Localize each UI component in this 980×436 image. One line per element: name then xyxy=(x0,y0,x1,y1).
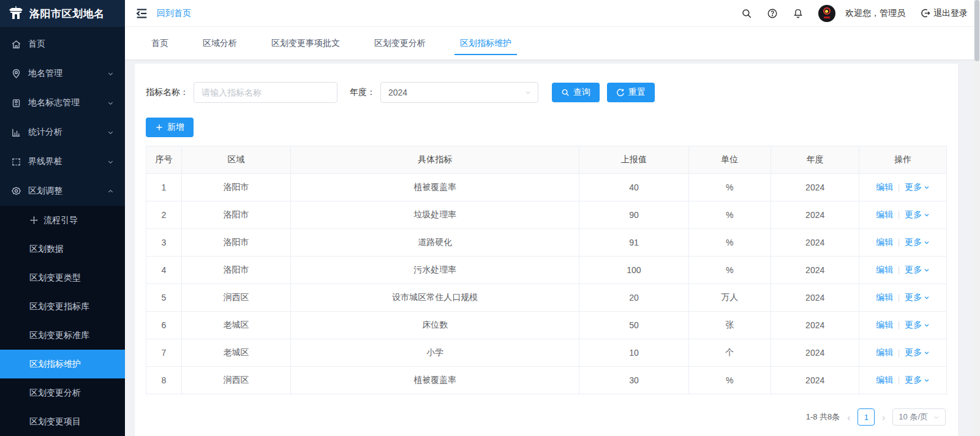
back-home-link[interactable]: 回到首页 xyxy=(157,8,191,19)
more-link[interactable]: 更多 xyxy=(905,209,930,220)
reset-button-label: 重置 xyxy=(628,87,646,98)
add-button[interactable]: 新增 xyxy=(146,118,194,137)
logout-button[interactable]: 退出登录 xyxy=(920,8,968,19)
table-row: 2 洛阳市 垃圾处理率 90 % 2024 编辑更多 xyxy=(146,201,947,229)
help-icon[interactable] xyxy=(767,8,778,19)
col-header-no: 序号 xyxy=(146,146,182,174)
submenu-item-label: 区划变更项目 xyxy=(29,416,81,427)
cell-indicator: 植被覆盖率 xyxy=(291,367,579,394)
sidebar-item-placename-mgmt[interactable]: 地名管理 xyxy=(0,59,125,88)
bell-icon[interactable] xyxy=(793,8,804,19)
more-link[interactable]: 更多 xyxy=(905,292,930,303)
submenu-item-change-analysis[interactable]: 区划变更分析 xyxy=(0,378,125,407)
action-divider xyxy=(899,184,899,192)
year-select[interactable]: 2024 xyxy=(380,82,538,103)
tab-indicator-maintain[interactable]: 区划指标维护 xyxy=(460,27,511,59)
more-link[interactable]: 更多 xyxy=(905,375,930,386)
tab-bar: 首页 区域分析 区划变更事项批文 区划变更分析 区划指标维护 xyxy=(125,27,980,60)
cell-year: 2024 xyxy=(771,229,859,257)
cell-region: 洛阳市 xyxy=(182,257,291,284)
more-label: 更多 xyxy=(905,265,922,276)
edit-link[interactable]: 编辑 xyxy=(876,265,893,274)
edit-link[interactable]: 编辑 xyxy=(876,292,893,302)
submenu-item-process-guide[interactable]: 流程引导 xyxy=(0,206,125,235)
cell-actions: 编辑更多 xyxy=(859,201,947,229)
edit-link[interactable]: 编辑 xyxy=(876,347,893,357)
cell-year: 2024 xyxy=(771,257,859,284)
filter-bar: 指标名称： 年度： 2024 查询 xyxy=(146,82,947,103)
cell-year: 2024 xyxy=(771,312,859,339)
cell-value: 30 xyxy=(579,367,688,394)
collapse-sidebar-icon[interactable] xyxy=(135,7,148,20)
sidebar-item-statistics[interactable]: 统计分析 xyxy=(0,118,125,147)
search-icon[interactable] xyxy=(741,8,752,19)
sidebar-item-sign-mgmt[interactable]: 地名标志管理 xyxy=(0,88,125,118)
boundary-frame-icon xyxy=(11,157,21,167)
cell-unit: % xyxy=(688,257,771,284)
more-link[interactable]: 更多 xyxy=(905,265,930,276)
prev-page-icon[interactable]: ‹ xyxy=(846,413,851,422)
action-divider xyxy=(899,266,899,274)
edit-link[interactable]: 编辑 xyxy=(876,237,893,247)
cell-no: 7 xyxy=(146,339,182,367)
avatar[interactable] xyxy=(818,5,835,22)
chevron-down-icon xyxy=(924,295,930,301)
sidebar-item-boundary[interactable]: 界线界桩 xyxy=(0,147,125,176)
submenu-item-change-project[interactable]: 区划变更项目 xyxy=(0,407,125,436)
more-label: 更多 xyxy=(905,182,922,193)
table-row: 3 洛阳市 道路硬化 91 % 2024 编辑更多 xyxy=(146,229,947,257)
tab-change-analysis[interactable]: 区划变更分析 xyxy=(374,27,426,59)
cell-actions: 编辑更多 xyxy=(859,339,947,367)
move-cross-icon xyxy=(29,216,39,225)
page-number-button[interactable]: 1 xyxy=(858,408,875,426)
edit-link[interactable]: 编辑 xyxy=(876,375,893,385)
signboard-icon xyxy=(11,98,21,108)
more-link[interactable]: 更多 xyxy=(905,237,930,248)
cell-unit: % xyxy=(688,201,771,229)
tab-label: 区划指标维护 xyxy=(460,38,511,49)
sidebar-item-home[interactable]: 首页 xyxy=(0,29,125,59)
more-link[interactable]: 更多 xyxy=(905,182,930,193)
scrollbar-thumb[interactable] xyxy=(974,0,979,61)
cell-region: 涧西区 xyxy=(182,367,291,394)
main-area: 回到首页 欢迎您，管理员 退出登录 首页 区域分析 区划变更事项批文 区划变更分… xyxy=(125,0,980,436)
next-page-icon[interactable]: › xyxy=(881,413,886,422)
cell-value: 100 xyxy=(579,257,688,284)
edit-link[interactable]: 编辑 xyxy=(876,182,893,192)
submenu-item-change-type[interactable]: 区划变更类型 xyxy=(0,263,125,292)
page-size-value: 10 条/页 xyxy=(899,412,928,423)
indicator-name-label: 指标名称： xyxy=(146,87,189,98)
cell-year: 2024 xyxy=(771,367,859,394)
indicator-table: 序号 区域 具体指标 上报值 单位 年度 操作 1 xyxy=(146,146,947,394)
search-button-label: 查询 xyxy=(573,87,590,98)
tab-region-analysis[interactable]: 区域分析 xyxy=(203,27,237,59)
sidebar-submenu: 流程引导 区划数据 区划变更类型 区划变更指标库 区划变更标准库 区划指标维护 … xyxy=(0,206,125,436)
sidebar-item-district-adjust[interactable]: 区划调整 xyxy=(0,176,125,206)
page-size-select[interactable]: 10 条/页 xyxy=(892,408,946,426)
cell-unit: 万人 xyxy=(688,284,771,312)
more-link[interactable]: 更多 xyxy=(905,347,930,358)
action-divider xyxy=(899,321,899,329)
cell-value: 90 xyxy=(579,201,688,229)
edit-link[interactable]: 编辑 xyxy=(876,320,893,329)
tab-home[interactable]: 首页 xyxy=(151,27,168,59)
submenu-item-district-data[interactable]: 区划数据 xyxy=(0,235,125,263)
indicator-name-input[interactable] xyxy=(194,82,337,103)
submenu-item-standard-lib[interactable]: 区划变更标准库 xyxy=(0,321,125,350)
cell-year: 2024 xyxy=(771,284,859,312)
cell-indicator: 设市城区常住人口规模 xyxy=(291,284,579,312)
reset-button[interactable]: 重置 xyxy=(607,83,655,102)
more-label: 更多 xyxy=(905,209,922,220)
submenu-item-indicator-maintain[interactable]: 区划指标维护 xyxy=(0,350,125,378)
app-logo: 洛阳市区划地名 xyxy=(0,0,125,27)
submenu-item-indicator-lib[interactable]: 区划变更指标库 xyxy=(0,292,125,321)
window-scrollbar[interactable] xyxy=(974,0,980,436)
more-link[interactable]: 更多 xyxy=(905,320,930,331)
cell-indicator: 垃圾处理率 xyxy=(291,201,579,229)
search-button[interactable]: 查询 xyxy=(552,83,600,102)
tab-change-approval[interactable]: 区划变更事项批文 xyxy=(271,27,340,59)
edit-link[interactable]: 编辑 xyxy=(876,209,893,219)
year-select-value: 2024 xyxy=(388,88,407,97)
home-icon xyxy=(11,39,21,50)
cell-indicator: 道路硬化 xyxy=(291,229,579,257)
